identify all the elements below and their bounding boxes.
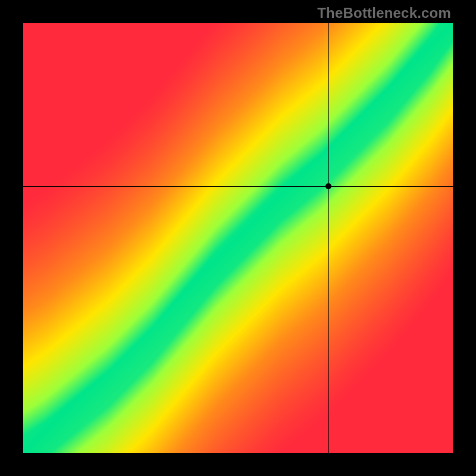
marker-dot <box>325 183 331 189</box>
crosshair-vertical <box>328 23 329 453</box>
watermark-text: TheBottleneck.com <box>317 5 451 21</box>
chart-frame: TheBottleneck.com <box>0 0 476 476</box>
heatmap-canvas <box>23 23 453 453</box>
plot-area <box>23 23 453 453</box>
crosshair-horizontal <box>23 186 453 187</box>
